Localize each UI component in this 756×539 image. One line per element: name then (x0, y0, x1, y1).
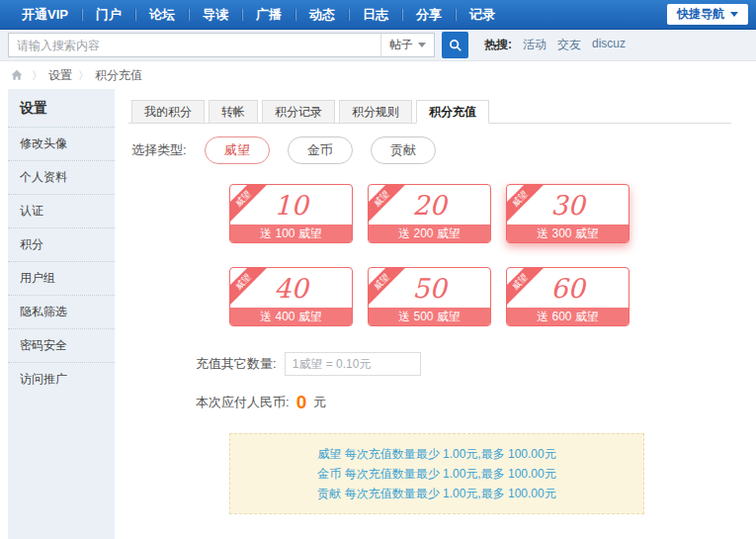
breadcrumb-items: 〉 设置 〉 积分充值 (26, 67, 142, 84)
amount-card[interactable]: 威望 50 送 500 威望 (368, 267, 491, 326)
credit-tabs: 我的积分转帐积分记录积分规则积分充值 (128, 99, 731, 124)
tab[interactable]: 我的积分 (131, 100, 205, 124)
caret-down-icon (418, 43, 426, 47)
sidebar-item[interactable]: 密码安全 (8, 328, 115, 362)
breadcrumb-link[interactable]: 积分充值 (95, 67, 142, 84)
breadcrumb: 〉 设置 〉 积分充值 (0, 61, 756, 89)
nav-menu-item[interactable]: 动态 (295, 0, 349, 30)
nav-menu-item[interactable]: 导读 (189, 0, 242, 30)
tab[interactable]: 积分规则 (339, 100, 412, 124)
sidebar-item[interactable]: 积分 (8, 227, 115, 261)
caret-down-icon (730, 12, 738, 17)
type-pill[interactable]: 金币 (288, 136, 353, 164)
main-content: 我的积分转帐积分记录积分规则积分充值 选择类型: 威望金币贡献 威望 10 送 … (115, 89, 756, 539)
payable-row: 本次应付人民币: 0 元 (196, 393, 731, 411)
tab[interactable]: 积分记录 (262, 100, 335, 124)
hot-search-link[interactable]: discuz (592, 37, 626, 53)
settings-sidebar: 设置 修改头像个人资料认证积分用户组隐私筛选密码安全访问推广 (8, 89, 115, 539)
quick-nav-button[interactable]: 快捷导航 (667, 4, 748, 25)
nav-menu-item[interactable]: 广播 (242, 0, 295, 30)
type-pill[interactable]: 贡献 (371, 136, 436, 164)
amount-card-grid: 威望 10 送 100 威望 威望 20 送 200 威望 威望 30 送 30… (229, 184, 630, 326)
payable-label: 本次应付人民币: (196, 394, 290, 411)
payable-unit: 元 (313, 394, 326, 411)
tab[interactable]: 转帐 (209, 100, 258, 124)
amount-card[interactable]: 威望 60 送 600 威望 (506, 267, 630, 326)
rule-line: 威望 每次充值数量最少 1.00元,最多 100.00元 (236, 444, 637, 464)
top-navbar: 开通VIP门户论坛导读广播动态日志分享记录 快捷导航 (0, 0, 756, 30)
tab[interactable]: 积分充值 (416, 100, 489, 124)
sidebar-item[interactable]: 访问推广 (8, 362, 115, 396)
sidebar-menu: 修改头像个人资料认证积分用户组隐私筛选密码安全访问推广 (8, 127, 115, 396)
nav-menu: 开通VIP门户论坛导读广播动态日志分享记录 (8, 0, 509, 30)
amount-card[interactable]: 威望 10 送 100 威望 (229, 184, 353, 243)
hot-search-link[interactable]: 活动 (523, 37, 546, 53)
card-bonus: 送 600 威望 (507, 308, 629, 326)
sidebar-item[interactable]: 个人资料 (8, 160, 115, 194)
nav-menu-item[interactable]: 分享 (402, 0, 456, 30)
search-type-select[interactable]: 帖子 (380, 34, 434, 56)
hot-search-link[interactable]: 交友 (557, 37, 581, 53)
quick-nav-label: 快捷导航 (677, 4, 724, 25)
search-type-label: 帖子 (389, 37, 413, 53)
search-bar: 帖子 热搜: 活动交友discuz (0, 30, 756, 61)
breadcrumb-item: 〉 设置 (26, 67, 72, 84)
other-amount-label: 充值其它数量: (196, 355, 277, 373)
nav-menu-item[interactable]: 日志 (349, 0, 402, 30)
sidebar-item[interactable]: 认证 (8, 194, 115, 227)
nav-menu-item[interactable]: 开通VIP (8, 0, 82, 30)
card-bonus: 送 500 威望 (369, 308, 490, 326)
home-icon[interactable] (10, 68, 24, 82)
hot-search-label: 热搜: (484, 37, 512, 53)
sidebar-item[interactable]: 修改头像 (8, 127, 115, 160)
sidebar-item[interactable]: 用户组 (8, 261, 115, 295)
rule-line: 贡献 每次充值数量最少 1.00元,最多 100.00元 (236, 484, 637, 503)
other-amount-input[interactable] (285, 352, 421, 376)
payable-amount: 0 (296, 393, 307, 411)
nav-menu-item[interactable]: 门户 (82, 0, 135, 30)
search-icon (449, 39, 462, 52)
amount-card[interactable]: 威望 20 送 200 威望 (368, 184, 491, 243)
breadcrumb-separator: 〉 (78, 68, 89, 83)
breadcrumb-separator: 〉 (32, 68, 42, 83)
search-input[interactable] (9, 35, 380, 55)
hot-search-links: 活动交友discuz (523, 37, 626, 53)
card-bonus: 送 200 威望 (369, 225, 490, 243)
breadcrumb-link[interactable]: 设置 (48, 67, 72, 84)
type-pill[interactable]: 威望 (205, 136, 270, 164)
recharge-rules-note: 威望 每次充值数量最少 1.00元,最多 100.00元金币 每次充值数量最少 … (229, 433, 644, 514)
type-selector-label: 选择类型: (131, 141, 187, 159)
card-bonus: 送 400 威望 (230, 308, 352, 326)
rule-line: 金币 每次充值数量最少 1.00元,最多 100.00元 (236, 464, 637, 484)
amount-card[interactable]: 威望 40 送 400 威望 (229, 267, 353, 326)
nav-menu-item[interactable]: 记录 (456, 0, 509, 30)
type-pills: 威望金币贡献 (205, 136, 436, 164)
search-button[interactable] (442, 32, 468, 58)
card-bonus: 送 100 威望 (230, 225, 352, 243)
sidebar-item[interactable]: 隐私筛选 (8, 295, 115, 328)
type-selector-row: 选择类型: 威望金币贡献 (128, 136, 731, 164)
sidebar-title: 设置 (8, 89, 115, 127)
amount-card[interactable]: 威望 30 送 300 威望 (506, 184, 630, 243)
nav-menu-item[interactable]: 论坛 (135, 0, 189, 30)
card-bonus: 送 300 威望 (507, 225, 629, 243)
other-amount-row: 充值其它数量: (196, 352, 731, 376)
hot-search: 热搜: 活动交友discuz (484, 37, 626, 53)
search-box: 帖子 (8, 33, 435, 57)
breadcrumb-item: 〉 积分充值 (72, 67, 142, 84)
